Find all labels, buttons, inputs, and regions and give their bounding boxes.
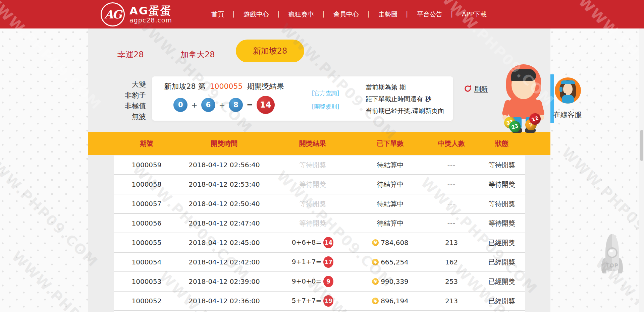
cell-period: 1000056 xyxy=(114,219,179,227)
service-label[interactable]: 在線客服 xyxy=(553,110,582,119)
scrollbar-thumb[interactable] xyxy=(640,130,643,161)
cell-result: 等待開獎 xyxy=(269,199,356,208)
cell-period: 1000053 xyxy=(114,277,179,286)
side-filters: 大雙非豹子非極值無波 xyxy=(88,79,146,122)
back-to-top-button[interactable]: TOP xyxy=(601,234,623,277)
cell-winners: 213 xyxy=(425,239,478,247)
result-ball: 8 xyxy=(229,98,243,112)
table-body: 1000059 2018-04-12 02:56:40 等待開獎 待結算中 --… xyxy=(114,155,525,312)
nav-item[interactable]: 平台公告 xyxy=(407,10,452,19)
tab-幸運28[interactable]: 幸運28 xyxy=(117,49,144,60)
filter-label: 非極值 xyxy=(88,101,146,111)
cell-status: 已經開獎 xyxy=(478,297,525,306)
scrollbar-track[interactable] xyxy=(639,28,644,312)
table-header-cell: 期號 xyxy=(114,139,179,148)
info-line: 當前期為第 期 xyxy=(366,81,453,93)
filter-label: 非豹子 xyxy=(88,90,146,101)
nav-item[interactable]: 瘋狂賽車 xyxy=(279,10,324,19)
cell-period: 1000058 xyxy=(114,180,179,188)
cell-result: 等待開獎 xyxy=(269,180,356,189)
result-sum-badge: 17 xyxy=(323,256,333,268)
cell-status: 等待開獎 xyxy=(478,199,525,208)
logo-monogram: AG xyxy=(104,8,121,21)
cell-time: 2018-04-12 02:39:00 xyxy=(179,277,269,286)
cell-status: 等待開獎 xyxy=(478,219,525,228)
cell-status: 已經開獎 xyxy=(478,258,525,267)
nav-item[interactable]: 遊戲中心 xyxy=(234,10,279,19)
result-formula: 9+0+0= xyxy=(292,277,321,285)
info-line: 当前期已经开奖,请刷新页面 xyxy=(366,105,453,117)
site-logo[interactable]: AG AG蛋蛋 agpc28.com xyxy=(101,2,172,26)
site-header: AG AG蛋蛋 agpc28.com 首頁 遊戲中心 瘋狂賽車 會員中心 走勢圖… xyxy=(0,0,644,28)
result-sum-ball: 14 xyxy=(257,96,275,114)
nav-item[interactable]: 會員中心 xyxy=(324,10,369,19)
cell-status: 已經開獎 xyxy=(478,277,525,286)
result-info: 當前期為第 期距下單截止時間還有 秒当前期已经开奖,请刷新页面 xyxy=(355,76,453,121)
result-title: 新加坡28 第 1000055 期開獎結果 xyxy=(152,81,296,91)
cell-time: 2018-04-12 02:56:40 xyxy=(179,161,269,169)
rocket-window-icon xyxy=(607,247,618,258)
cell-result: 9+0+0=9 xyxy=(269,276,356,287)
result-links: [官方查詢][開獎規則] xyxy=(296,76,355,121)
main-nav: 首頁 遊戲中心 瘋狂賽車 會員中心 走勢圖 平台公告 APP下載 xyxy=(202,10,496,19)
table-header-cell: 已下單數 xyxy=(356,139,425,148)
nav-item[interactable]: 走勢圖 xyxy=(369,10,407,19)
headset-icon xyxy=(561,80,575,84)
logo-domain: agpc28.com xyxy=(129,16,172,24)
logo-title: AG蛋蛋 xyxy=(129,5,172,16)
cell-status: 等待開獎 xyxy=(478,161,525,170)
cell-period: 1000052 xyxy=(114,297,179,305)
service-avatar[interactable] xyxy=(555,77,581,104)
cell-winners: 162 xyxy=(425,258,478,266)
cell-bets: ¥896,194 xyxy=(356,297,425,305)
nav-item-label: 走勢圖 xyxy=(378,10,397,18)
result-ball: 6 xyxy=(201,98,215,112)
result-sum-badge: 19 xyxy=(323,295,333,307)
cell-bets: 待結算中 xyxy=(356,161,425,170)
table-header-cell: 開獎時間 xyxy=(179,139,269,148)
nav-item[interactable]: 首頁 xyxy=(202,10,234,19)
tab-加拿大28[interactable]: 加拿大28 xyxy=(180,49,215,60)
table-row: 1000053 2018-04-12 02:39:00 9+0+0=9 ¥990… xyxy=(114,272,525,292)
cell-bets: 待結算中 xyxy=(356,199,425,208)
service-avatar-body xyxy=(562,95,574,104)
coin-icon: ¥ xyxy=(372,278,379,285)
cell-status: 等待開獎 xyxy=(478,180,525,189)
cell-result: 等待開獎 xyxy=(269,219,356,228)
cell-period: 1000054 xyxy=(114,258,179,266)
nav-item-label: 瘋狂賽車 xyxy=(288,10,314,18)
cell-period: 1000055 xyxy=(114,239,179,247)
nav-item-label: 平台公告 xyxy=(417,10,442,18)
result-title-prefix: 新加坡28 第 xyxy=(164,82,206,90)
period-number: 1000055 xyxy=(210,82,243,90)
refresh-button[interactable]: 刷新 xyxy=(464,85,488,94)
result-panel-left: 新加坡28 第 1000055 期開獎結果 0+6+8=14 xyxy=(152,76,296,121)
info-line: 距下單截止時間還有 秒 xyxy=(366,93,453,105)
result-link[interactable]: [官方查詢] xyxy=(296,86,355,100)
result-sum-badge: 14 xyxy=(323,237,333,248)
cell-time: 2018-04-12 02:53:40 xyxy=(179,180,269,188)
coin-icon: ¥ xyxy=(372,259,379,265)
table-row: 1000059 2018-04-12 02:56:40 等待開獎 待結算中 --… xyxy=(114,155,525,175)
nav-item-label: 遊戲中心 xyxy=(244,10,269,18)
tab-新加坡28[interactable]: 新加坡28 xyxy=(236,40,304,62)
nav-item[interactable]: APP下載 xyxy=(452,10,496,19)
table-header: 期號開獎時間開獎結果已下單數中獎人數狀態 xyxy=(88,132,550,155)
bets-amount: 784,608 xyxy=(381,239,409,247)
back-to-top-label: TOP xyxy=(601,263,623,269)
result-link[interactable]: [開獎規則] xyxy=(296,100,355,113)
cell-result: 5+7+7=19 xyxy=(269,295,356,307)
filter-label: 無波 xyxy=(88,111,146,122)
result-sum-badge: 9 xyxy=(323,276,333,287)
cell-winners: 213 xyxy=(425,297,478,305)
coin-icon: ¥ xyxy=(372,298,379,304)
cell-winners: --- xyxy=(425,161,478,169)
equals-sign: = xyxy=(247,101,253,109)
result-formula: 0+6+8= xyxy=(292,238,321,246)
cell-status: 已經開獎 xyxy=(478,238,525,247)
plus-sign: + xyxy=(219,101,225,109)
bets-amount: 896,194 xyxy=(381,297,409,305)
bets-amount: 990,339 xyxy=(381,277,409,286)
cell-bets: ¥990,339 xyxy=(356,277,425,286)
table-row: 1000055 2018-04-12 02:45:00 0+6+8=14 ¥78… xyxy=(114,233,525,253)
